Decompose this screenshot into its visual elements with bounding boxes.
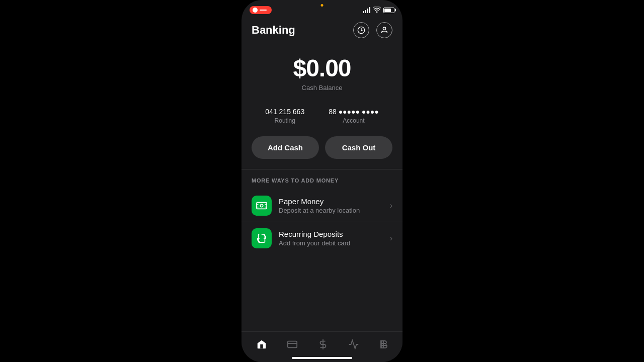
signal-bars-icon (363, 7, 370, 13)
svg-point-1 (383, 27, 385, 30)
account-info-section: 041 215 663 Routing 88 ●●●●● ●●●● Accoun… (242, 100, 403, 134)
profile-button[interactable] (376, 22, 392, 38)
recurring-deposits-chevron-icon: › (390, 234, 392, 243)
record-line-icon (260, 10, 267, 11)
balance-amount: $0.00 (293, 54, 351, 82)
recurring-deposits-title: Recurring Deposits (279, 230, 390, 238)
svg-rect-2 (257, 203, 267, 209)
home-indicator (292, 357, 352, 359)
paper-money-title: Paper Money (279, 197, 390, 206)
status-right (363, 7, 394, 14)
battery-icon (383, 8, 394, 13)
history-button[interactable] (353, 22, 369, 38)
account-number: 88 ●●●●● ●●●● (329, 108, 378, 116)
record-dot-icon (253, 8, 258, 13)
wifi-icon (373, 7, 381, 14)
phone-frame: Banking $0.00 Cash Balance (242, 0, 403, 362)
action-buttons: Add Cash Cash Out (242, 134, 403, 169)
svg-rect-8 (288, 341, 297, 348)
content-area: Banking $0.00 Cash Balance (242, 18, 403, 362)
recurring-deposits-icon (252, 228, 272, 248)
signal-dot-icon (321, 4, 324, 7)
balance-label: Cash Balance (302, 84, 343, 92)
paper-money-subtitle: Deposit at a nearby location (279, 207, 390, 214)
bottom-navigation (242, 331, 403, 362)
add-cash-button[interactable]: Add Cash (252, 136, 319, 159)
recurring-deposits-item[interactable]: Recurring Deposits Add from your debit c… (242, 222, 403, 254)
battery-fill (384, 9, 391, 12)
nav-bitcoin[interactable] (375, 337, 392, 352)
page-header: Banking (242, 18, 403, 44)
nav-card[interactable] (283, 337, 302, 352)
svg-point-3 (260, 204, 263, 207)
routing-label: Routing (275, 117, 295, 124)
cash-out-button[interactable]: Cash Out (325, 136, 392, 159)
routing-info: 041 215 663 Routing (265, 108, 304, 124)
balance-section: $0.00 Cash Balance (242, 44, 403, 100)
nav-dollar[interactable] (313, 337, 333, 352)
routing-number: 041 215 663 (265, 108, 304, 116)
paper-money-text: Paper Money Deposit at a nearby location (279, 197, 390, 214)
paper-money-item[interactable]: Paper Money Deposit at a nearby location… (242, 190, 403, 222)
recurring-deposits-subtitle: Add from your debit card (279, 239, 390, 247)
page-title: Banking (252, 24, 295, 37)
paper-money-chevron-icon: › (390, 201, 392, 210)
more-ways-label: MORE WAYS TO ADD MONEY (242, 177, 403, 190)
section-divider (242, 169, 403, 169)
account-label: Account (343, 117, 364, 124)
header-actions (353, 22, 392, 38)
nav-activity[interactable] (344, 337, 363, 352)
recurring-deposits-text: Recurring Deposits Add from your debit c… (279, 230, 390, 247)
account-info: 88 ●●●●● ●●●● Account (329, 108, 378, 124)
paper-money-icon (252, 196, 272, 216)
nav-home[interactable] (252, 337, 271, 352)
status-bar (242, 0, 403, 18)
status-left (250, 6, 272, 14)
record-button[interactable] (250, 6, 272, 14)
